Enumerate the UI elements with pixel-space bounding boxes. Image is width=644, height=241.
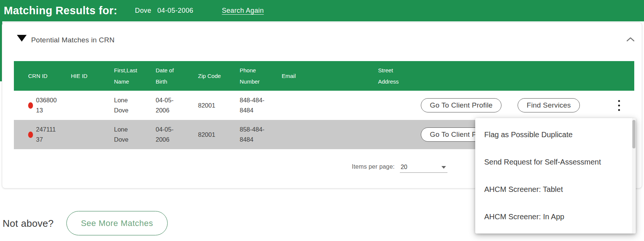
phone-cell: 848-484-8484 bbox=[240, 95, 282, 115]
col-header-email: Email bbox=[282, 70, 378, 82]
panel-title: Potential Matches in CRN bbox=[31, 36, 114, 44]
red-status-dot-icon bbox=[28, 132, 33, 138]
dropdown-caret-icon bbox=[441, 166, 446, 169]
top-bar: Matching Results for: Dove 04-05-2006 Se… bbox=[0, 0, 644, 21]
query-name: Dove bbox=[135, 7, 152, 15]
see-more-matches-button[interactable]: See More Matches bbox=[66, 211, 168, 235]
menu-item-ahcm-screener-in-app[interactable]: AHCM Screener: In App bbox=[475, 203, 636, 231]
name-cell: Lone Dove bbox=[114, 124, 156, 145]
name-cell: Lone Dove bbox=[114, 95, 156, 115]
page-title: Matching Results for: bbox=[4, 4, 117, 17]
find-services-button[interactable]: Find Services bbox=[518, 98, 580, 112]
col-header-dob: Date of Birth bbox=[156, 65, 198, 87]
menu-item-send-self-assessment[interactable]: Send Request for Self-Assessment bbox=[475, 148, 636, 176]
menu-item-flag-duplicate[interactable]: Flag as Possible Duplicate bbox=[475, 121, 636, 148]
col-header-phone: Phone Number bbox=[240, 65, 282, 87]
items-per-page-value: 20 bbox=[401, 164, 407, 171]
go-to-client-profile-button[interactable]: Go To Client Profile bbox=[421, 98, 501, 112]
menu-scrollbar-thumb[interactable] bbox=[632, 120, 635, 148]
not-above-label: Not above? bbox=[3, 218, 54, 229]
row-actions: Go To Client Profile Find Services bbox=[421, 97, 634, 114]
table-header-row: CRN ID HIE ID First,Last Name Date of Bi… bbox=[14, 61, 634, 91]
search-again-link[interactable]: Search Again bbox=[222, 7, 264, 15]
crn-id-cell: 03680013 bbox=[28, 95, 71, 115]
red-status-dot-icon bbox=[28, 102, 33, 109]
dob-cell: 04-05-2006 bbox=[156, 95, 198, 115]
crn-id-cell: 24711137 bbox=[28, 124, 71, 145]
expand-triangle-icon[interactable] bbox=[17, 35, 27, 42]
dob-cell: 04-05-2006 bbox=[156, 124, 198, 145]
col-header-crn-id: CRN ID bbox=[28, 70, 71, 82]
col-header-hie-id: HIE ID bbox=[71, 70, 114, 82]
phone-cell: 858-484-8484 bbox=[240, 124, 282, 145]
query-dob: 04-05-2006 bbox=[157, 7, 193, 15]
col-header-zip: Zip Code bbox=[198, 70, 240, 82]
items-per-page-select[interactable]: 20 bbox=[400, 162, 447, 173]
col-header-street: Street Address bbox=[378, 65, 421, 87]
items-per-page-label: Items per page: bbox=[352, 163, 395, 173]
paginator: Items per page: 20 bbox=[352, 162, 447, 173]
col-header-name: First,Last Name bbox=[114, 65, 156, 87]
panel-header: Potential Matches in CRN bbox=[2, 22, 642, 61]
row-context-menu: Flag as Possible Duplicate Send Request … bbox=[475, 118, 636, 234]
table-row[interactable]: 03680013 Lone Dove 04-05-2006 82001 848-… bbox=[14, 91, 634, 120]
menu-item-ahcm-screener-tablet[interactable]: AHCM Screener: Tablet bbox=[475, 176, 636, 203]
chevron-up-icon[interactable] bbox=[626, 36, 635, 42]
zip-cell: 82001 bbox=[198, 130, 240, 140]
kebab-menu-icon[interactable] bbox=[617, 97, 621, 114]
zip-cell: 82001 bbox=[198, 100, 240, 111]
menu-scrollbar[interactable] bbox=[632, 118, 636, 234]
